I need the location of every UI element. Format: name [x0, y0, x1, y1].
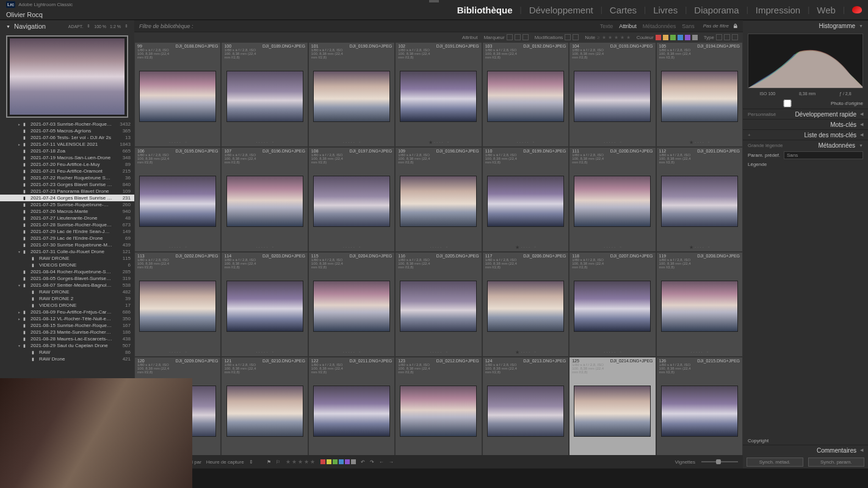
- folder-item[interactable]: ▸▮2021-08-09 Feu-Artifice-Fréjus-Carrous…: [0, 309, 134, 315]
- folder-item[interactable]: ▮2021-08-23 Mante-Sunrise-Rocher-Maures……: [0, 329, 134, 336]
- folder-item[interactable]: ▮2021-07-30 Sunrise Roquebrune-Monaster……: [0, 242, 134, 248]
- folder-item[interactable]: ▮2021-07-06 Tests- 1er vol - DJI Air 2s1…: [0, 134, 134, 141]
- cell-thumbnail[interactable]: [574, 71, 651, 122]
- folder-item[interactable]: ▮2021-07-25 Sunrise-Roquebrune-Macros-…2…: [0, 201, 134, 208]
- rating-op-icon[interactable]: ≥: [597, 35, 599, 40]
- cell-thumbnail[interactable]: [661, 71, 738, 122]
- navigator-header[interactable]: ▼ Navigation ADAPT.⇕ 100 % 1:2 %⇕: [0, 20, 134, 32]
- filter-tab-text[interactable]: Texte: [600, 23, 613, 29]
- rotate-ccw-icon[interactable]: ↶: [361, 459, 365, 465]
- thumbnail-cell[interactable]: 1261/80 s à f / 2,8, ISO 100, 8,38 mm (2…: [656, 357, 743, 455]
- module-develop[interactable]: Développement: [529, 5, 593, 15]
- folder-item[interactable]: ▮2021-07-05 Macros-Agrions365: [0, 127, 134, 134]
- filter-preset-label[interactable]: Pas de filtre: [703, 23, 729, 29]
- color-label-swatch[interactable]: [327, 459, 331, 464]
- cell-thumbnail[interactable]: [661, 386, 738, 437]
- folder-item[interactable]: ▮2021-07-29 Lac de l'Endre Sean-Jade - M…: [0, 228, 134, 235]
- color-filter-swatch[interactable]: [670, 35, 676, 40]
- filter-tab-attribute[interactable]: Attribut: [619, 23, 637, 29]
- next-photo-icon[interactable]: →: [389, 459, 394, 465]
- cell-thumbnail[interactable]: [139, 71, 216, 122]
- cell-thumbnail[interactable]: [139, 281, 216, 332]
- param-predef-field[interactable]: [784, 151, 863, 159]
- disclosure-triangle-icon[interactable]: ◀: [860, 112, 863, 117]
- rotate-cw-icon[interactable]: ↷: [370, 459, 374, 465]
- edited-icon[interactable]: [565, 34, 571, 40]
- cell-thumbnail[interactable]: [226, 386, 303, 437]
- sync-settings-button[interactable]: Synch. param.: [808, 458, 865, 467]
- folder-item[interactable]: ▾▮2021-07-31 Colle-du-Rouet Drone121: [0, 248, 134, 255]
- folder-item[interactable]: ▮2021-07-21 Feu-Artifice-Oramont215: [0, 168, 134, 174]
- folder-item[interactable]: ▮VIDEOS DRONE6: [0, 262, 134, 268]
- folder-item[interactable]: ▮2021-07-29 Lac de l'Endre-Drone69: [0, 235, 134, 242]
- folder-disclosure-icon[interactable]: ▾: [18, 343, 23, 348]
- folder-disclosure-icon[interactable]: ▸: [18, 310, 23, 314]
- thumbnail-cell[interactable]: 1241/80 s à f / 2,8, ISO 100, 8,38 mm (2…: [482, 357, 569, 455]
- color-filter-swatch[interactable]: [692, 35, 698, 40]
- cell-thumbnail[interactable]: [487, 281, 564, 332]
- thumbnail-cell[interactable]: 991/80 s à f / 2,8, ISO 100, 8,38 mm (22…: [134, 42, 221, 147]
- thumbnail-cell[interactable]: 1211/80 s à f / 2,8, ISO 100, 8,38 mm (2…: [221, 357, 308, 455]
- cell-thumbnail[interactable]: [487, 386, 564, 437]
- cell-thumbnail[interactable]: [487, 176, 564, 227]
- thumbnail-cell[interactable]: 1051/80 s à f / 2,8, ISO 100, 8,38 mm (2…: [656, 42, 743, 147]
- sort-asc-icon[interactable]: ⇕: [249, 459, 253, 465]
- cell-thumbnail[interactable]: [400, 281, 477, 332]
- flag-toggle-icon[interactable]: ⚑: [267, 459, 271, 465]
- star-1-icon[interactable]: ★: [602, 35, 606, 40]
- folder-disclosure-icon[interactable]: ▾: [18, 283, 23, 287]
- folder-item[interactable]: ▮2021-07-20 Feu-Artifice-Le-Muy89: [0, 161, 134, 168]
- cell-thumbnail[interactable]: [313, 71, 390, 122]
- folder-item[interactable]: ▮RAW DRONE482: [0, 289, 134, 295]
- cell-thumbnail[interactable]: [313, 176, 390, 227]
- color-label-swatch[interactable]: [333, 459, 338, 464]
- folder-item[interactable]: ▮2021-08-04 Rocher-Roquebrune-Sunset-D…2…: [0, 268, 134, 275]
- thumbnail-cell[interactable]: 1131/80 s à f / 2,8, ISO 100, 8,38 mm (2…: [134, 252, 221, 357]
- thumbnail-cell[interactable]: 1171/80 s à f / 2,8, ISO 100, 8,38 mm (2…: [482, 252, 569, 357]
- folder-item[interactable]: ▮2021-07-23 Panorama Blavet Drone109: [0, 188, 134, 195]
- color-label-swatch[interactable]: [320, 459, 325, 464]
- comments-header[interactable]: Commentaires ◀: [743, 445, 868, 455]
- color-filter-swatch[interactable]: [656, 35, 661, 40]
- cell-thumbnail[interactable]: [226, 176, 303, 227]
- folder-item[interactable]: ▮2021-08-05 Gorges-Blavet-Sunrise-Drone3…: [0, 275, 134, 282]
- folder-item[interactable]: ▾▮2021-08-07 Sentier-Meules-Bagnols-Dron…: [0, 282, 134, 289]
- original-photo-checkbox[interactable]: [748, 99, 827, 107]
- folder-item[interactable]: ▮2021-08-15 Sunrise-Rocher-Roquebrune-D……: [0, 322, 134, 329]
- color-label-swatch[interactable]: [351, 459, 356, 464]
- thumbnail-cell[interactable]: 1001/80 s à f / 2,8, ISO 100, 8,38 mm (2…: [221, 42, 308, 147]
- module-print[interactable]: Impression: [756, 5, 800, 15]
- thumbnail-cell[interactable]: 1031/80 s à f / 2,8, ISO 100, 8,38 mm (2…: [482, 42, 569, 147]
- flag-rejected-icon[interactable]: [523, 34, 529, 40]
- thumbnail-cell[interactable]: 1151/80 s à f / 2,8, ISO 100, 8,38 mm (2…: [308, 252, 395, 357]
- cloud-sync-icon[interactable]: [852, 6, 862, 13]
- cell-thumbnail[interactable]: [574, 176, 651, 227]
- folder-item[interactable]: ▮2021-08-28 Maures-Lac-Escarcets-Incendi…: [0, 336, 134, 342]
- folder-disclosure-icon[interactable]: ▸: [18, 142, 23, 146]
- disclosure-triangle-icon[interactable]: ◀: [860, 132, 863, 137]
- quick-develop-header[interactable]: Personnalisé Développement rapide ◀: [743, 109, 868, 119]
- type-master-icon[interactable]: [716, 34, 722, 40]
- thumbnail-size-slider[interactable]: [701, 461, 738, 462]
- filter-lock-icon[interactable]: 🔒︎: [732, 23, 738, 29]
- flag-unflagged-icon[interactable]: [515, 34, 521, 40]
- folder-item[interactable]: ▮RAW DRONE 239: [0, 295, 134, 302]
- histogram[interactable]: [748, 34, 863, 88]
- module-book[interactable]: Livres: [653, 5, 678, 15]
- folder-item[interactable]: ▮VIDEOS DRONE17: [0, 302, 134, 309]
- filter-tab-metadata[interactable]: Métadonnées: [643, 23, 676, 29]
- folder-item[interactable]: ▸▮2021-08-12 VL-Rocher-Tête-Nuit-etoiles…: [0, 315, 134, 322]
- disclosure-triangle-icon[interactable]: ▼: [6, 24, 10, 29]
- folder-item[interactable]: ▮2021-07-23 Gorges Blavet Sunrise - Macr…: [0, 181, 134, 188]
- thumbnail-cell[interactable]: 1101/80 s à f / 2,8, ISO 100, 8,38 mm (2…: [482, 147, 569, 252]
- folder-item[interactable]: ▾▮2021-08-29 Saut du Capelan Drone507: [0, 342, 134, 349]
- thumbnail-cell[interactable]: 1221/80 s à f / 2,8, ISO 100, 8,38 mm (2…: [308, 357, 395, 455]
- cell-thumbnail[interactable]: [487, 71, 564, 122]
- star-4-icon[interactable]: ★: [620, 35, 624, 40]
- thumbnail-cell[interactable]: 1091/80 s à f / 2,8, ISO 100, 8,38 mm (2…: [395, 147, 482, 252]
- star-3-icon[interactable]: ★: [614, 35, 618, 40]
- nav-zoom-pct[interactable]: 100 %: [94, 24, 106, 29]
- disclosure-triangle-icon[interactable]: ▼: [859, 143, 863, 148]
- disclosure-triangle-icon[interactable]: ◀: [860, 122, 863, 127]
- color-label-swatch[interactable]: [339, 459, 344, 464]
